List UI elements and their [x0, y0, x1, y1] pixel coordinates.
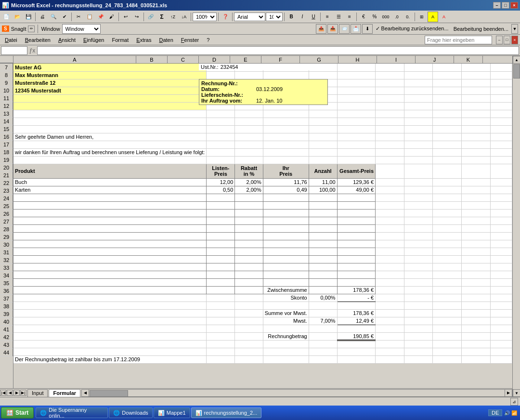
- cell-8-J[interactable]: [462, 71, 491, 79]
- cell-22-K[interactable]: [490, 186, 512, 194]
- cell-32-A[interactable]: [13, 263, 207, 271]
- cell-26-C[interactable]: [235, 217, 263, 224]
- cell-30-I[interactable]: [433, 248, 462, 255]
- cell-13-B[interactable]: [207, 110, 235, 118]
- cell-15-E[interactable]: [309, 125, 337, 133]
- cell-25-A[interactable]: [13, 209, 207, 217]
- cell-22-E[interactable]: 100,00: [309, 186, 337, 194]
- cell-32-D[interactable]: [263, 263, 309, 271]
- cell-39-F[interactable]: 12,49 €: [337, 317, 375, 325]
- tab-nav-last[interactable]: ▶|: [20, 390, 26, 396]
- cell-42-I[interactable]: [433, 340, 462, 348]
- cell-16-F[interactable]: [337, 133, 375, 141]
- cell-41-K[interactable]: [490, 332, 512, 340]
- cell-14-G[interactable]: [376, 118, 404, 125]
- sort-asc-button[interactable]: ↑Z: [168, 12, 178, 22]
- cell-25-B[interactable]: [207, 209, 235, 217]
- corner-resize[interactable]: ⊿: [510, 398, 518, 406]
- cell-18-F[interactable]: [337, 148, 375, 156]
- cell-ref-input[interactable]: L44: [1, 46, 27, 55]
- cell-33-C[interactable]: [235, 271, 263, 278]
- cell-7-F[interactable]: [337, 64, 375, 71]
- col-header-k[interactable]: K: [454, 56, 483, 63]
- cell-15-B[interactable]: [207, 125, 235, 133]
- col-header-d[interactable]: D: [199, 56, 230, 63]
- spell-button[interactable]: ✔: [59, 12, 70, 22]
- cell-36-F[interactable]: - €: [337, 294, 375, 302]
- cell-15-K[interactable]: [490, 125, 512, 133]
- cell-12-I[interactable]: [433, 102, 462, 110]
- cell-32-F[interactable]: [337, 263, 375, 271]
- cell-18-A[interactable]: wir danken für Ihren Auftrag und berechn…: [13, 148, 207, 156]
- row-header-21[interactable]: 21: [0, 171, 13, 179]
- vscroll-down[interactable]: ▼: [513, 389, 520, 397]
- cell-7-H[interactable]: [404, 64, 433, 71]
- cell-32-G[interactable]: [376, 263, 404, 271]
- cell-10-F[interactable]: [337, 87, 375, 94]
- save-button[interactable]: 💾: [23, 12, 34, 22]
- cell-12-H[interactable]: [404, 102, 433, 110]
- row-header-23[interactable]: 23: [0, 187, 13, 195]
- cell-11-A[interactable]: [13, 94, 207, 102]
- cell-27-K[interactable]: [490, 224, 512, 232]
- cell-29-C[interactable]: [235, 240, 263, 248]
- cell-13-I[interactable]: [433, 110, 462, 118]
- cell-25-I[interactable]: [433, 209, 462, 217]
- cell-40-C[interactable]: [235, 325, 263, 332]
- row-header-43[interactable]: 43: [0, 341, 13, 349]
- cell-41-C[interactable]: [235, 332, 263, 340]
- menu-ansicht[interactable]: Ansicht: [55, 36, 78, 44]
- cell-20-E[interactable]: Anzahl: [309, 164, 337, 178]
- italic-button[interactable]: I: [297, 12, 308, 22]
- cell-44-C[interactable]: [235, 355, 263, 363]
- align-right-button[interactable]: ≡: [344, 12, 355, 22]
- cell-37-H[interactable]: [404, 302, 433, 309]
- row-header-39[interactable]: 39: [0, 310, 13, 318]
- cell-17-B[interactable]: [207, 141, 235, 148]
- row-header-38[interactable]: 38: [0, 302, 13, 310]
- cell-43-I[interactable]: [433, 348, 462, 355]
- menu-daten[interactable]: Daten: [156, 36, 176, 44]
- cell-17-E[interactable]: [309, 141, 337, 148]
- cell-12-F[interactable]: [337, 102, 375, 110]
- cell-33-K[interactable]: [490, 271, 512, 278]
- cell-37-G[interactable]: [376, 302, 404, 309]
- cell-38-D[interactable]: Summe vor Mwst.: [263, 309, 309, 317]
- cell-42-J[interactable]: [462, 340, 491, 348]
- cell-21-B[interactable]: 12,00: [207, 178, 235, 186]
- cell-28-B[interactable]: [207, 232, 235, 240]
- cell-43-H[interactable]: [404, 348, 433, 355]
- cell-33-J[interactable]: [462, 271, 491, 278]
- cell-34-B[interactable]: [207, 278, 235, 286]
- cell-22-G[interactable]: [376, 186, 404, 194]
- cell-27-D[interactable]: [263, 224, 309, 232]
- cell-29-B[interactable]: [207, 240, 235, 248]
- autosum-button[interactable]: Σ: [156, 12, 167, 22]
- cell-44-B[interactable]: [207, 355, 235, 363]
- cell-24-J[interactable]: [462, 201, 491, 209]
- cell-43-F[interactable]: [337, 348, 375, 355]
- cell-37-A[interactable]: [13, 302, 207, 309]
- send-btn-5[interactable]: ⬇: [362, 24, 373, 34]
- menu-datei[interactable]: Datei: [2, 36, 20, 44]
- cell-39-E[interactable]: 7,00%: [309, 317, 337, 325]
- cell-8-I[interactable]: [433, 71, 462, 79]
- cell-32-I[interactable]: [433, 263, 462, 271]
- cell-26-G[interactable]: [376, 217, 404, 224]
- row-header-10[interactable]: 10: [0, 87, 13, 94]
- cell-36-C[interactable]: [235, 294, 263, 302]
- cell-17-K[interactable]: [490, 141, 512, 148]
- row-header-35[interactable]: 35: [0, 279, 13, 287]
- cell-22-C[interactable]: 2,00%: [235, 186, 263, 194]
- cell-17-F[interactable]: [337, 141, 375, 148]
- cell-10-K[interactable]: [490, 87, 512, 94]
- cell-32-C[interactable]: [235, 263, 263, 271]
- cell-38-G[interactable]: [376, 309, 404, 317]
- cell-23-H[interactable]: [404, 194, 433, 201]
- cell-30-C[interactable]: [235, 248, 263, 255]
- menu-fenster[interactable]: Fenster: [178, 36, 202, 44]
- cell-23-I[interactable]: [433, 194, 462, 201]
- cell-18-H[interactable]: [404, 148, 433, 156]
- cell-34-G[interactable]: [376, 278, 404, 286]
- cell-31-F[interactable]: [337, 255, 375, 263]
